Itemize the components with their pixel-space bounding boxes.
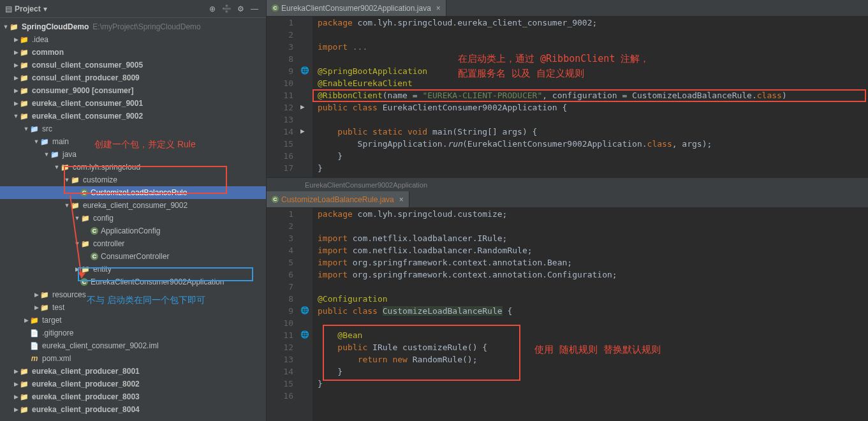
- folder-icon: ▤: [5, 4, 12, 13]
- arrow-icon[interactable]: [13, 113, 19, 119]
- arrow-icon[interactable]: [13, 381, 19, 387]
- arrow-icon[interactable]: [33, 292, 40, 298]
- folder-icon: [19, 379, 29, 389]
- folder-icon: [50, 149, 60, 159]
- breadcrumb[interactable]: EurekaClientConsumer9002Application: [267, 177, 868, 191]
- tree-item[interactable]: test: [0, 301, 266, 314]
- arrow-icon[interactable]: [33, 304, 40, 311]
- tree-item[interactable]: .gitignore: [0, 327, 266, 339]
- arrow-icon[interactable]: [13, 368, 19, 374]
- gutter-mark-icon[interactable]: ▶: [300, 103, 305, 111]
- root-path: E:\myProject\SpringCloudDemo: [92, 22, 200, 31]
- tab-customize-rule[interactable]: CustomizeLoadBalanceRule.java ×: [267, 191, 409, 207]
- code-area-top[interactable]: 123891011121314151617 🌐▶▶ package com.ly…: [267, 17, 868, 177]
- tab-application[interactable]: EurekaClientConsumer9002Application.java…: [267, 0, 446, 16]
- locate-icon[interactable]: ⊕: [206, 3, 219, 15]
- tab-bar-bottom: CustomizeLoadBalanceRule.java ×: [267, 191, 868, 208]
- arrow-icon[interactable]: [74, 240, 80, 247]
- editor-area: EurekaClientConsumer9002Application.java…: [267, 0, 868, 421]
- editor-pane-top: EurekaClientConsumer9002Application.java…: [267, 0, 868, 191]
- tree-item[interactable]: eureka_client_producer_8001: [0, 365, 266, 378]
- folder-icon: [19, 111, 29, 121]
- arrow-icon[interactable]: [13, 75, 19, 81]
- code-lines[interactable]: package com.lyh.springcloud.eureka_clien…: [313, 17, 868, 177]
- gear-icon[interactable]: ⚙: [234, 3, 247, 15]
- folder-icon: [40, 302, 50, 313]
- tree-label: .gitignore: [42, 329, 73, 337]
- arrow-icon[interactable]: [74, 266, 80, 272]
- tree-label: resources: [52, 290, 86, 299]
- gutter-mark-icon[interactable]: 🌐: [300, 330, 309, 339]
- tree-item[interactable]: consul_client_producer_8009: [0, 71, 266, 84]
- tree-label: config: [93, 214, 114, 223]
- gutter-mark-icon[interactable]: 🌐: [300, 66, 309, 75]
- arrow-icon[interactable]: [13, 406, 19, 413]
- code-lines[interactable]: package com.lyh.springcloud.customize;im…: [313, 208, 868, 421]
- folder-icon: [29, 124, 40, 134]
- tree-item[interactable]: consumer_9000 [consumer]: [0, 84, 266, 97]
- tree-item[interactable]: .idea: [0, 33, 266, 46]
- collapse-icon[interactable]: ➗: [220, 3, 233, 15]
- arrow-icon[interactable]: [23, 126, 29, 132]
- hide-icon[interactable]: —: [248, 3, 261, 15]
- tree-item[interactable]: src: [0, 122, 266, 135]
- tree-item[interactable]: eureka_client_producer_8004: [0, 403, 266, 416]
- arrow-icon[interactable]: [64, 177, 70, 183]
- tree-item[interactable]: main: [0, 135, 266, 148]
- tree-label: pom.xml: [42, 354, 71, 363]
- tree-item[interactable]: pom.xml: [0, 352, 266, 365]
- folder-icon: [19, 34, 29, 45]
- arrow-icon[interactable]: [13, 394, 19, 400]
- tree-label: controller: [93, 239, 124, 248]
- gutter-icons[interactable]: 🌐▶▶: [298, 17, 313, 177]
- code-area-bottom[interactable]: 12345678910111213141516 🌐🌐 package com.l…: [267, 208, 868, 421]
- folder-icon: [60, 162, 70, 172]
- tree-root[interactable]: SpringCloudDemo E:\myProject\SpringCloud…: [0, 20, 266, 33]
- tree-item[interactable]: common: [0, 46, 266, 59]
- arrow-icon[interactable]: [74, 215, 80, 221]
- tree-item[interactable]: ConsumerController: [0, 250, 266, 263]
- chevron-down-icon[interactable]: ▾: [43, 4, 47, 13]
- tree-item[interactable]: eureka_client_consumer_9002: [0, 199, 266, 212]
- tree-item[interactable]: config: [0, 212, 266, 225]
- gutter-mark-icon[interactable]: 🌐: [300, 306, 309, 314]
- folder-icon: [19, 60, 29, 70]
- close-icon[interactable]: ×: [436, 4, 441, 13]
- arrow-icon[interactable]: [33, 138, 40, 145]
- arrow-icon[interactable]: [13, 49, 19, 55]
- arrow-icon[interactable]: [23, 317, 29, 323]
- tree-item[interactable]: consul_client_consumer_9005: [0, 59, 266, 71]
- tab-label: EurekaClientConsumer9002Application.java: [281, 4, 431, 13]
- tree-item[interactable]: eureka_client_consumer_9002.iml: [0, 339, 266, 352]
- tree-item[interactable]: target: [0, 314, 266, 327]
- arrow-icon[interactable]: [13, 100, 19, 107]
- arrow-icon[interactable]: [54, 164, 60, 170]
- tree-item[interactable]: customize: [0, 174, 266, 186]
- close-icon[interactable]: ×: [399, 195, 404, 204]
- tree-item[interactable]: com.lyh.springcloud: [0, 161, 266, 174]
- tree-item[interactable]: eureka_client_producer_8003: [0, 390, 266, 403]
- tree-item[interactable]: entity: [0, 263, 266, 276]
- arrow-icon[interactable]: [43, 151, 50, 158]
- tree-item[interactable]: eureka_client_producer_8002: [0, 378, 266, 390]
- tree-item[interactable]: ApplicationConfig: [0, 225, 266, 237]
- tree-item[interactable]: eureka_client_consumer_9002: [0, 110, 266, 122]
- project-tree[interactable]: SpringCloudDemo E:\myProject\SpringCloud…: [0, 18, 266, 421]
- arrow-icon[interactable]: [13, 87, 19, 94]
- gutter-icons[interactable]: 🌐🌐: [298, 208, 313, 421]
- tree-label: eureka_client_consumer_9002: [83, 201, 188, 210]
- arrow-icon[interactable]: [3, 24, 9, 30]
- tree-item[interactable]: controller: [0, 237, 266, 250]
- tree-item[interactable]: EurekaClientConsumer9002Application: [0, 276, 266, 288]
- tree-label: main: [52, 137, 69, 146]
- arrow-icon[interactable]: [64, 202, 70, 209]
- tree-item[interactable]: CustomizeLoadBalanceRule: [0, 186, 266, 199]
- tree-item[interactable]: java: [0, 148, 266, 161]
- breadcrumb-item[interactable]: EurekaClientConsumer9002Application: [305, 181, 427, 189]
- tree-item[interactable]: resources: [0, 288, 266, 301]
- gutter-mark-icon[interactable]: ▶: [300, 127, 305, 135]
- java-icon: [272, 196, 279, 203]
- arrow-icon[interactable]: [13, 62, 19, 68]
- arrow-icon[interactable]: [13, 36, 19, 43]
- tree-item[interactable]: eureka_client_consumer_9001: [0, 97, 266, 110]
